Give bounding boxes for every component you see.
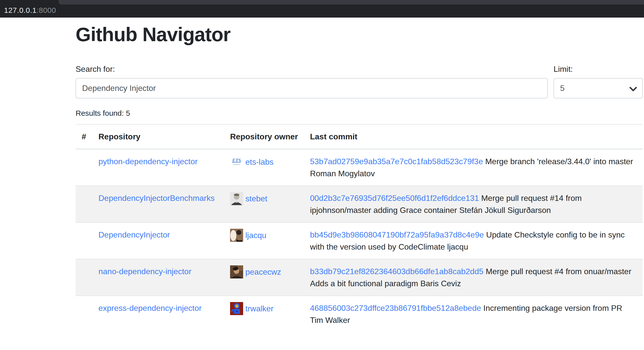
commit-hash-link[interactable]: 00d2b3c7e76935d76f25ee50f6d1f2ef6ddce131	[310, 194, 479, 203]
header-repository: Repository	[92, 124, 224, 149]
table-row: python-dependency-injector ETS ets-labs …	[76, 149, 643, 186]
limit-selected-value: 5	[560, 84, 565, 93]
url-host: 127.0.0.1	[4, 6, 37, 14]
browser-tab-strip	[59, 0, 644, 5]
row-index-cell	[76, 186, 92, 222]
repository-link[interactable]: express-dependency-injector	[98, 304, 202, 313]
row-index-cell	[76, 259, 92, 296]
results-table: # Repository Repository owner Last commi…	[76, 124, 643, 332]
table-header: # Repository Repository owner Last commi…	[76, 124, 643, 149]
header-index: #	[76, 124, 92, 149]
row-index-cell	[76, 149, 92, 186]
owner-link[interactable]: ets-labs	[245, 156, 274, 168]
row-index-cell	[76, 296, 92, 332]
limit-label: Limit:	[554, 65, 643, 74]
results-count: 5	[126, 109, 130, 117]
owner-link[interactable]: stebet	[245, 193, 267, 205]
limit-block: Limit: 5	[554, 65, 643, 98]
address-url[interactable]: 127.0.0.1:8000	[4, 6, 56, 15]
stebet-portrait-avatar	[230, 192, 243, 205]
commit-hash-link[interactable]: bb45d9e3b98608047190bf72a95fa9a37d8c4e9e	[310, 230, 484, 239]
repository-link[interactable]: nano-dependency-injector	[98, 267, 191, 276]
table-row: DependencyInjector ljacqu bb45d9e3b98608…	[76, 222, 643, 259]
owner-link[interactable]: ljacqu	[245, 229, 266, 241]
ljacqu-photo-avatar	[230, 229, 243, 242]
browser-bar: 127.0.0.1:8000	[0, 0, 644, 18]
header-owner: Repository owner	[224, 124, 304, 149]
table-row: DependencyInjectorBenchmarks stebet 00d2…	[76, 186, 643, 222]
repository-link[interactable]: python-dependency-injector	[98, 157, 198, 166]
results-summary: Results found: 5	[76, 109, 643, 118]
trwalker-lego-avatar	[230, 302, 243, 315]
table-row: nano-dependency-injector peacecwz b33db7…	[76, 259, 643, 296]
repository-link[interactable]: DependencyInjectorBenchmarks	[98, 194, 214, 203]
search-controls: Search for: Limit: 5	[76, 65, 643, 98]
owner-link[interactable]: trwalker	[245, 303, 274, 315]
commit-hash-link[interactable]: 53b7ad02759e9ab35a7e7c0c1fab58d523c79f3e	[310, 157, 483, 166]
header-last-commit: Last commit	[304, 124, 643, 149]
row-index-cell	[76, 222, 92, 259]
commit-hash-link[interactable]: b33db79c21ef8262364603db66dfe1ab8cab2dd5	[310, 267, 483, 276]
repository-link[interactable]: DependencyInjector	[98, 230, 170, 239]
peacecwz-portrait-avatar	[230, 265, 243, 278]
ets-labs-logo-avatar: ETS	[230, 155, 243, 168]
chevron-down-icon	[629, 84, 637, 92]
search-input[interactable]	[76, 78, 548, 98]
table-body: python-dependency-injector ETS ets-labs …	[76, 149, 643, 332]
search-label: Search for:	[76, 65, 548, 74]
page-title: Github Navigator	[76, 23, 643, 46]
commit-hash-link[interactable]: 468856003c273dffce23b86791fbbe512a8ebede	[310, 304, 481, 313]
limit-select[interactable]: 5	[554, 78, 643, 98]
page-container: Github Navigator Search for: Limit: 5 Re…	[76, 18, 643, 332]
svg-text:ETS: ETS	[232, 158, 241, 163]
table-row: express-dependency-injector trwalker 468…	[76, 296, 643, 332]
results-label: Results found:	[76, 109, 124, 117]
owner-link[interactable]: peacecwz	[245, 266, 281, 278]
url-port: :8000	[37, 6, 56, 14]
search-block: Search for:	[76, 65, 548, 98]
